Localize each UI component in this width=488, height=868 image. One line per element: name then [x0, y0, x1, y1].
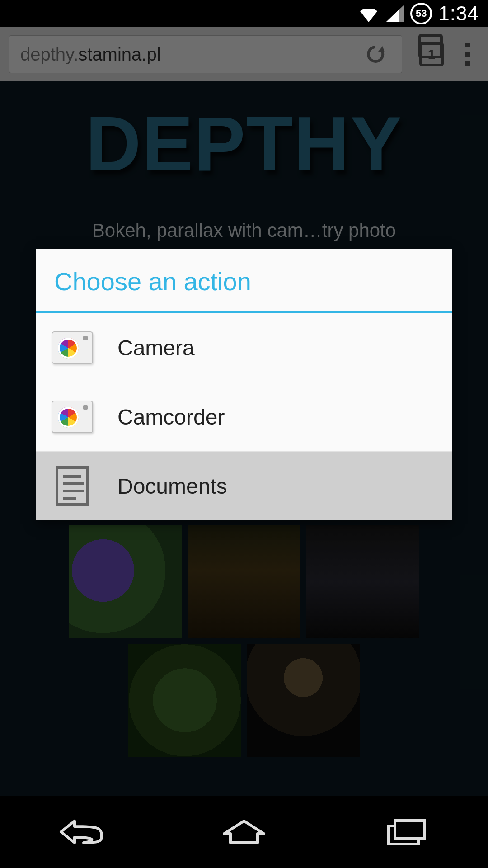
svg-rect-1 [395, 821, 425, 839]
camera-icon [50, 394, 95, 439]
battery-indicator: 53 [410, 3, 432, 24]
document-icon [50, 463, 95, 509]
dialog-title: Choose an action [36, 249, 452, 313]
dialog-item-label: Documents [117, 474, 227, 499]
dialog-item-label: Camcorder [117, 405, 225, 429]
back-button[interactable] [50, 814, 113, 850]
navigation-bar [0, 796, 488, 868]
cell-signal-icon [386, 5, 404, 22]
wifi-icon [358, 5, 380, 22]
dialog-item-label: Camera [117, 335, 195, 360]
dialog-item-camera[interactable]: Camera [36, 313, 452, 382]
status-bar: 53 1:34 [0, 0, 488, 27]
action-chooser-dialog: Choose an action Camera Camcorder Docume… [36, 249, 452, 520]
camera-icon [50, 325, 95, 370]
recents-button[interactable] [375, 814, 438, 850]
battery-percent: 53 [410, 3, 432, 24]
dialog-item-documents[interactable]: Documents [36, 452, 452, 520]
home-button[interactable] [212, 814, 276, 850]
dialog-item-camcorder[interactable]: Camcorder [36, 382, 452, 452]
clock: 1:34 [438, 2, 479, 25]
